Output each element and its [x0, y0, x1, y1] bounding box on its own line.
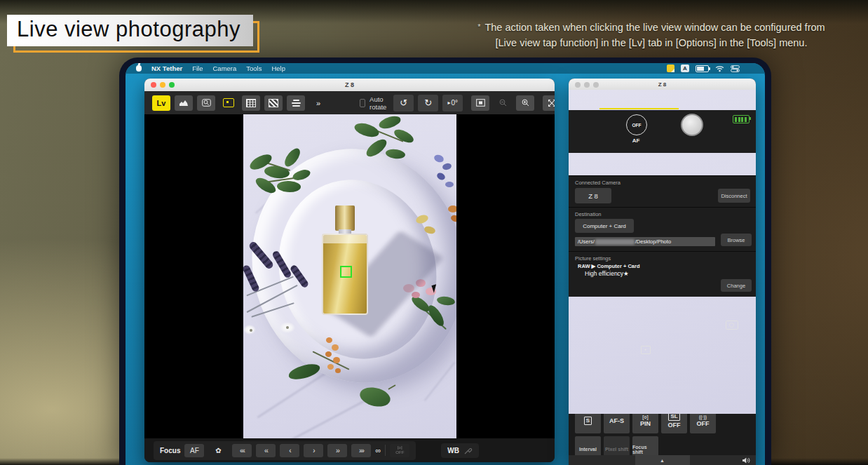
- focus-label: Focus: [160, 447, 180, 454]
- input-source-icon[interactable]: A: [681, 65, 689, 72]
- caption-title-plate: Live view photography: [7, 15, 253, 46]
- file-format-line: RAW ▶ Computer + Card: [578, 263, 639, 269]
- close-button[interactable]: [151, 82, 156, 88]
- monitor-bezel: NX Tether File Camera Tools Help A: [119, 58, 771, 465]
- infinity-icon[interactable]: ∞: [375, 446, 381, 454]
- fit-to-screen-button[interactable]: [471, 95, 489, 111]
- grid-overlay-button[interactable]: [242, 95, 260, 111]
- auto-rotate-checkbox[interactable]: [360, 99, 365, 107]
- menu-camera[interactable]: Camera: [212, 65, 236, 72]
- perfume-cap: [335, 205, 355, 231]
- wifi-icon[interactable]: [715, 65, 724, 72]
- live-view-window: Z 8 Lv » Auto rotate: [144, 79, 555, 462]
- af-toggle-label: AF: [626, 137, 646, 144]
- battery-icon[interactable]: [696, 65, 709, 72]
- picture-settings-label: Picture settings: [575, 255, 611, 262]
- rotate-left-button[interactable]: ↺: [393, 95, 414, 112]
- vr-hand-icon: ((·)): [699, 415, 707, 419]
- menu-app-name[interactable]: NX Tether: [151, 65, 182, 72]
- highlight-warning-button[interactable]: [264, 95, 283, 111]
- menu-help[interactable]: Help: [271, 65, 285, 72]
- minimize-button[interactable]: [160, 82, 165, 88]
- connected-camera-section: Connected Camera Z 8 Disconnect: [569, 175, 756, 207]
- grid-icon: [246, 99, 256, 107]
- destination-section: Destination Computer + Card /Users/ /Des…: [569, 207, 756, 251]
- zoom-button[interactable]: [169, 82, 175, 88]
- zoom-in-button[interactable]: [516, 95, 534, 111]
- focus-point-box: [340, 266, 352, 278]
- rotate-right-button[interactable]: ↻: [418, 95, 438, 112]
- panel-footer: ▲: [569, 455, 756, 465]
- minimize-button[interactable]: [584, 82, 590, 88]
- live-view-toolbar: Lv » Auto rotate ↺ ↻: [144, 91, 555, 114]
- metering-icon: [726, 321, 738, 330]
- mode-tab-bar: Lv Photo Video: [569, 90, 756, 110]
- overlay-stack-button[interactable]: [287, 95, 305, 111]
- loupe-button[interactable]: [197, 95, 215, 111]
- focus-near-2-button[interactable]: ‹‹: [256, 444, 276, 457]
- zoom-button[interactable]: [593, 82, 599, 88]
- zebra-icon: [269, 99, 278, 107]
- browse-button[interactable]: Browse: [721, 234, 752, 246]
- af-on-off-toggle[interactable]: OFF: [626, 114, 647, 135]
- apple-icon[interactable]: [136, 65, 142, 72]
- camera-name-button[interactable]: Z 8: [575, 188, 611, 203]
- window-title: Z 8: [345, 81, 354, 88]
- desktop: NX Tether File Camera Tools Help A: [126, 63, 765, 465]
- live-window-titlebar[interactable]: Z 8: [144, 79, 555, 91]
- focus-near-3-button[interactable]: ‹‹‹: [232, 444, 252, 457]
- single-frame-icon: S: [584, 417, 592, 425]
- shutter-release-button[interactable]: [681, 114, 703, 136]
- page-title: Live view photography: [7, 15, 253, 46]
- auto-rotate-control: Auto rotate: [360, 95, 389, 111]
- wb-group: WB: [441, 443, 479, 458]
- control-window-titlebar[interactable]: Z 8: [569, 79, 756, 90]
- pinpoint-icon: [o]: [642, 415, 648, 419]
- menu-bar: NX Tether File Camera Tools Help A: [126, 63, 765, 74]
- eyedropper-icon[interactable]: [463, 446, 473, 455]
- change-button[interactable]: Change: [721, 279, 752, 292]
- focus-point-display-button[interactable]: [219, 95, 238, 111]
- focus-far-3-button[interactable]: ›››: [351, 444, 371, 457]
- speaker-icon[interactable]: [742, 457, 751, 464]
- expand-panel-button[interactable]: ▲: [635, 455, 690, 465]
- rotation-reset-button[interactable]: ▸0°: [442, 95, 463, 112]
- focus-far-1-button[interactable]: ›: [304, 444, 323, 457]
- focus-near-1-button[interactable]: ‹: [280, 444, 299, 457]
- close-button[interactable]: [575, 82, 581, 88]
- menu-status-icons: A: [667, 65, 765, 72]
- capture-controls: OFF AF: [569, 110, 756, 153]
- file-format-detail: High efficiency★: [585, 270, 629, 277]
- live-view-stage: [144, 114, 555, 438]
- play-small-icon: ▸: [448, 100, 451, 106]
- focus-far-2-button[interactable]: ››: [327, 444, 347, 457]
- auto-rotate-label: Auto rotate: [369, 95, 389, 111]
- live-view-image[interactable]: [243, 114, 456, 438]
- focus-point-off-button[interactable]: [o]OFF: [390, 444, 409, 457]
- control-center-icon[interactable]: [731, 65, 740, 72]
- traffic-lights-inactive: [575, 82, 599, 88]
- notes-app-icon[interactable]: [667, 65, 674, 72]
- lv-toggle-button[interactable]: Lv: [152, 95, 170, 111]
- macro-flower-icon[interactable]: ✿: [208, 444, 228, 457]
- fullscreen-button[interactable]: [543, 95, 555, 111]
- histogram-button[interactable]: [175, 95, 193, 111]
- camera-control-window: Z 8 Lv Photo Video: [569, 79, 756, 465]
- destination-label: Destination: [575, 211, 602, 217]
- focus-group: Focus AF ✿ ‹‹‹ ‹‹ ‹ › ›› ››› ∞ [o]OFF: [154, 441, 416, 460]
- zoom-out-button[interactable]: [494, 95, 512, 111]
- note-bullet: *: [477, 22, 480, 31]
- more-tools-button[interactable]: »: [309, 95, 327, 111]
- menu-file[interactable]: File: [192, 65, 203, 72]
- stack-icon: [292, 100, 301, 107]
- connected-camera-label: Connected Camera: [575, 180, 621, 186]
- focus-control-bar: Focus AF ✿ ‹‹‹ ‹‹ ‹ › ›› ››› ∞ [o]OFF: [144, 438, 555, 462]
- menu-tools[interactable]: Tools: [246, 65, 262, 72]
- destination-select[interactable]: Computer + Card: [575, 219, 634, 233]
- screenshot-root: Live view photography * The action taken…: [0, 0, 868, 465]
- disconnect-button[interactable]: Disconnect: [718, 189, 750, 203]
- destination-path-field[interactable]: /Users/ /Desktop/Photo: [575, 237, 715, 246]
- focus-point-icon: [223, 98, 234, 107]
- note-line-1: The action taken when clicking the live …: [484, 22, 825, 33]
- af-button[interactable]: AF: [184, 444, 204, 457]
